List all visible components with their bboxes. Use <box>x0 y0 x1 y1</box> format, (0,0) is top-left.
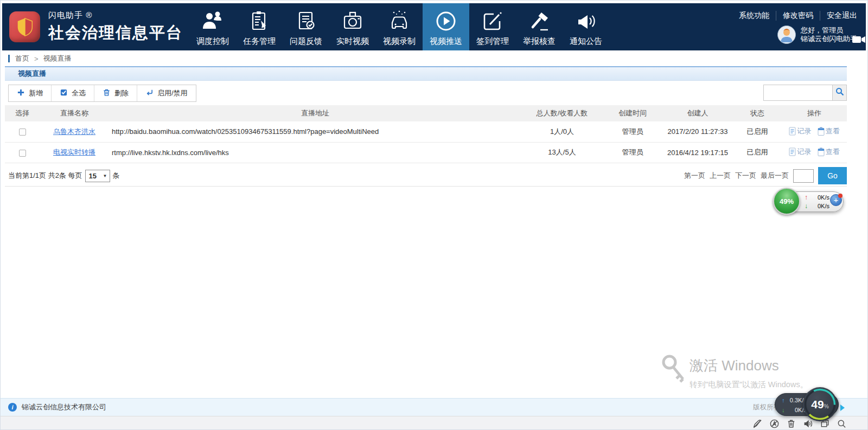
search-button[interactable] <box>833 85 847 101</box>
nav-item-feedback[interactable]: 问题反馈 <box>283 3 329 50</box>
row-checkbox[interactable] <box>19 150 26 157</box>
nav-item-live-video[interactable]: 实时视频 <box>329 3 376 50</box>
app-window: 闪电助手 ® 社会治理信息平台 调度控制 任务 <box>0 0 868 430</box>
link-system-functions[interactable]: 系统功能 <box>732 11 776 21</box>
prev-page-link[interactable]: 上一页 <box>710 171 731 181</box>
download-speed: 0K/s <box>818 203 829 209</box>
row-checkbox[interactable] <box>19 129 26 136</box>
rocket-boost-icon[interactable] <box>752 418 763 429</box>
created-time-cell: 2016/4/12 19:17:15 <box>662 142 733 163</box>
upload-row: ↑ 0K/s <box>805 194 829 201</box>
clipboard-icon <box>247 8 271 33</box>
top-navbar: 闪电助手 ® 社会治理信息平台 调度控制 任务 <box>2 3 866 50</box>
breadcrumb-current: 视频直播 <box>43 54 72 63</box>
breadcrumb-accent-bar <box>8 55 10 62</box>
footer-bar: i 锦诚云创信息技术有限公司 版权所有 2017 jincit.com <box>1 398 868 416</box>
page-size-value: 15 <box>89 172 97 180</box>
nav-item-dispatch[interactable]: 调度控制 <box>189 3 236 50</box>
platform-title: 社会治理信息平台 <box>48 22 183 44</box>
nav-item-announcements[interactable]: 通知公告 <box>563 3 609 50</box>
footer-company: 锦诚云创信息技术有限公司 <box>22 402 106 412</box>
speed-ball[interactable]: 49% <box>773 188 800 215</box>
add-button[interactable]: 新增 <box>9 85 51 101</box>
performance-ball[interactable]: 49 % <box>803 387 837 421</box>
pagination-summary: 当前第1/1页 共2条 每页 15 ▼ 条 <box>8 165 120 187</box>
last-page-link[interactable]: 最后一页 <box>761 171 789 181</box>
navbar-links: 系统功能 修改密码 安全退出 <box>732 11 857 21</box>
viewers-cell: 1人/0人 <box>521 121 603 142</box>
next-page-link[interactable]: 下一页 <box>735 171 756 181</box>
header-select: 选择 <box>5 105 40 121</box>
record-doc-icon <box>789 127 796 136</box>
feedback-icon <box>294 8 318 33</box>
delete-label: 删除 <box>114 88 129 98</box>
go-button[interactable]: Go <box>818 167 847 184</box>
watermark-title: 激活 Windows <box>690 356 808 375</box>
nav-item-video-record[interactable]: 视频录制 <box>376 3 423 50</box>
toolbar-button-group: 新增 全选 删除 启用/禁用 <box>8 85 196 102</box>
caret-down-icon: ▼ <box>103 174 107 178</box>
header-actions: 操作 <box>782 105 847 121</box>
live-url: http://baidu.baomihua.com/watch/02535109… <box>109 121 521 142</box>
add-button-label: 新增 <box>29 88 43 98</box>
down-arrow-icon: ↓ <box>805 202 808 210</box>
car-icon <box>387 8 411 33</box>
app-name: 闪电助手 ® <box>48 10 183 21</box>
live-name-link[interactable]: 电视实时转播 <box>53 148 95 156</box>
link-change-password[interactable]: 修改密码 <box>776 11 820 21</box>
checkbox-checked-icon <box>60 88 68 98</box>
edit-icon <box>481 8 505 33</box>
search-box <box>763 85 847 101</box>
live-name-link[interactable]: 乌鲁木齐洪水 <box>53 127 95 136</box>
search-icon <box>835 87 844 98</box>
download-row: ↓ 0K/s <box>805 202 829 210</box>
info-icon: i <box>8 403 17 412</box>
accelerate-button[interactable]: + <box>830 194 842 206</box>
view-link[interactable]: 查看 <box>818 147 840 157</box>
speed-percent: 49% <box>780 197 794 206</box>
nav-item-label: 实时视频 <box>336 36 369 47</box>
table-row: 乌鲁木齐洪水 http://baidu.baomihua.com/watch/0… <box>5 121 847 142</box>
avatar <box>777 25 796 44</box>
link-logout[interactable]: 安全退出 <box>820 11 857 21</box>
down-arrow-icon: ↓ <box>782 407 785 413</box>
select-all-button[interactable]: 全选 <box>51 85 94 101</box>
nav-item-checkin[interactable]: 签到管理 <box>469 3 516 50</box>
nav-item-report-review[interactable]: 举报核查 <box>516 3 563 50</box>
user-block[interactable]: 您好，管理员 锦诚云创闪电助手 <box>777 25 857 44</box>
nav-item-tasks[interactable]: 任务管理 <box>236 3 283 50</box>
page-size-select[interactable]: 15 ▼ <box>85 170 110 182</box>
search-input[interactable] <box>763 85 833 101</box>
enable-disable-button[interactable]: 启用/禁用 <box>137 85 196 101</box>
shield-icon <box>15 17 35 37</box>
record-link[interactable]: 记录 <box>789 126 811 136</box>
nav-item-label: 任务管理 <box>243 36 276 47</box>
play-icon <box>434 8 458 33</box>
nav-item-label: 视频录制 <box>383 36 416 47</box>
live-url: rtmp://live.hkstv.hk.lxdns.com/live/hks <box>109 142 521 163</box>
nav-item-video-push[interactable]: 视频推送 <box>423 3 469 50</box>
page-summary-suffix: 条 <box>113 171 120 181</box>
page-number-input[interactable] <box>793 169 814 183</box>
delete-button[interactable]: 删除 <box>94 85 137 101</box>
page-summary-text: 当前第1/1页 共2条 每页 <box>8 171 82 181</box>
nav-item-label: 视频推送 <box>430 36 462 47</box>
brand[interactable]: 闪电助手 ® 社会治理信息平台 <box>2 3 189 50</box>
breadcrumb-home[interactable]: 首页 <box>15 54 29 63</box>
expand-arrow-icon[interactable] <box>840 405 845 411</box>
gavel-icon <box>527 8 551 33</box>
taskbar <box>1 416 868 430</box>
plus-icon: + <box>834 195 839 204</box>
view-link[interactable]: 查看 <box>818 126 840 136</box>
header-created-time: 创建时间 <box>603 105 662 121</box>
speed-widget-bottom[interactable]: ↑ 0.3K/s ↓ 0K/s 49 % <box>775 387 841 422</box>
status-badge: 已启用 <box>733 121 782 142</box>
page-title: 视频直播 <box>18 69 46 79</box>
record-link[interactable]: 记录 <box>789 147 811 157</box>
created-time-cell: 2017/2/20 11:27:33 <box>662 121 733 142</box>
speed-widget-top[interactable]: 49% ↑ 0K/s ↓ 0K/s + <box>773 187 845 217</box>
app-logo-icon <box>9 11 40 42</box>
view-clipboard-icon <box>818 127 825 136</box>
first-page-link[interactable]: 第一页 <box>684 171 705 181</box>
table-row: 电视实时转播 rtmp://live.hkstv.hk.lxdns.com/li… <box>5 142 847 163</box>
